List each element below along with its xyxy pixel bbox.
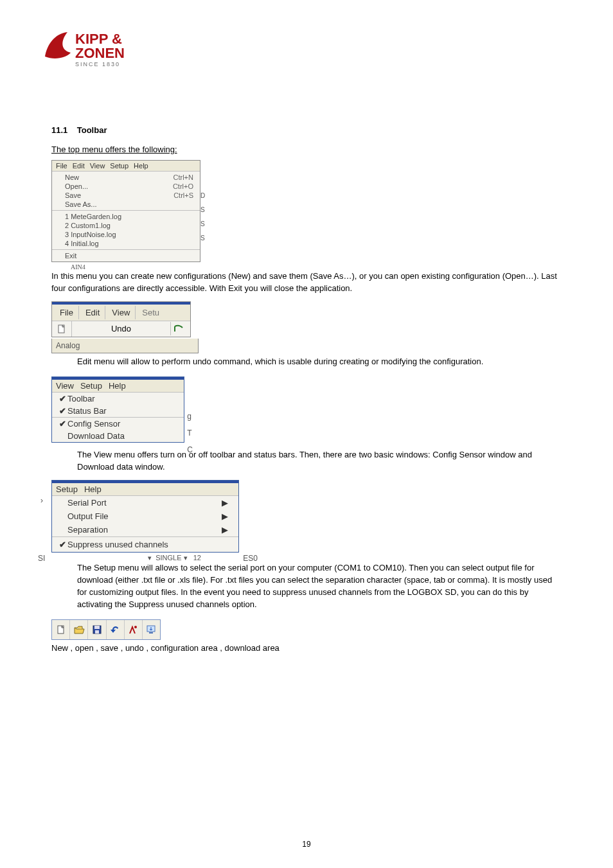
menu-view[interactable]: View	[56, 381, 74, 391]
menu-view[interactable]: View	[90, 162, 105, 170]
section-number: 11.1	[51, 125, 67, 135]
menu-edit[interactable]: Edit	[73, 162, 85, 170]
setup-menu-description: The Setup menu will allows to select the…	[77, 562, 562, 610]
file-menu-description: In this menu you can create new configur…	[51, 270, 562, 295]
new-icon[interactable]	[52, 620, 70, 639]
edit-menu-description: Edit menu will allow to perform undo com…	[77, 356, 562, 368]
menu-help[interactable]: Help	[84, 484, 102, 494]
view-download-data[interactable]: Download Data	[52, 430, 184, 442]
intro-text: The top menu offers the following:	[51, 144, 562, 156]
menu-bar: File Edit View Setup Help	[52, 161, 200, 172]
page-number: 19	[0, 840, 613, 849]
check-icon: ✔	[57, 394, 67, 403]
setup-output-file[interactable]: Output File▶	[52, 509, 238, 523]
ain4-label: AIN4	[71, 263, 562, 270]
undo-icon[interactable]	[107, 620, 125, 639]
recent-3[interactable]: 3 InputNoise.log	[52, 230, 200, 239]
analog-label: Analog	[51, 339, 199, 353]
edit-menu-screenshot: File Edit View Setu Undo	[51, 301, 191, 337]
file-exit[interactable]: Exit	[52, 251, 200, 260]
submenu-arrow-icon: ▶	[222, 525, 233, 535]
file-open[interactable]: Open...Ctrl+O	[52, 182, 200, 191]
menu-view[interactable]: View	[107, 306, 136, 319]
menu-setup[interactable]: Setup	[56, 484, 78, 494]
recent-4[interactable]: 4 Initial.log	[52, 239, 200, 248]
view-statusbar[interactable]: ✔Status Bar	[52, 405, 184, 417]
svg-text:ZONEN: ZONEN	[75, 45, 125, 61]
check-icon: ✔	[57, 419, 67, 429]
setup-menu-screenshot: Setup Help Serial Port▶ Output File▶ Sep…	[51, 480, 239, 553]
file-save[interactable]: SaveCtrl+S	[52, 191, 200, 200]
section-title: Toolbar	[77, 125, 107, 135]
check-icon: ✔	[57, 540, 67, 549]
view-menu-description: The View menu offers turn on or off tool…	[77, 449, 562, 474]
submenu-arrow-icon: ▶	[222, 511, 233, 521]
svg-point-9	[134, 626, 137, 628]
menu-file[interactable]: File	[56, 162, 67, 170]
edit-undo[interactable]: Undo	[72, 322, 171, 335]
menu-help[interactable]: Help	[134, 162, 148, 170]
svg-rect-11	[149, 632, 153, 633]
download-area-icon[interactable]	[143, 620, 160, 639]
menu-help[interactable]: Help	[109, 381, 126, 391]
view-config-sensor[interactable]: ✔Config Sensor	[52, 418, 184, 430]
open-icon[interactable]	[70, 620, 88, 639]
cropped-side-letters: gTC	[187, 408, 193, 458]
config-area-icon[interactable]	[125, 620, 143, 639]
menu-setup[interactable]: Setup	[110, 162, 129, 170]
menu-setup[interactable]: Setup	[80, 381, 102, 391]
setup-separation[interactable]: Separation▶	[52, 523, 238, 536]
svg-text:SINCE 1830: SINCE 1830	[75, 61, 120, 67]
file-menu-screenshot: File Edit View Setup Help NewCtrl+N Open…	[51, 160, 200, 262]
check-icon: ✔	[57, 406, 67, 416]
save-icon[interactable]	[88, 620, 106, 639]
new-file-icon[interactable]	[52, 321, 72, 337]
recent-1[interactable]: 1 MeteGarden.log	[52, 212, 200, 221]
setup-suppress[interactable]: ✔Suppress unused channels	[52, 537, 238, 552]
file-save-as[interactable]: Save As...	[52, 200, 200, 209]
section-heading: 11.1 Toolbar	[51, 125, 562, 135]
menu-file[interactable]: File	[55, 306, 79, 319]
svg-point-0	[59, 35, 63, 39]
view-menu-screenshot: View Setup Help ✔Toolbar ✔Status Bar ✔Co…	[51, 376, 184, 443]
si-label: SI	[38, 554, 258, 563]
menu-edit[interactable]: Edit	[80, 306, 105, 319]
company-logo: KIPP & ZONEN SINCE 1830	[42, 26, 562, 74]
file-new[interactable]: NewCtrl+N	[52, 173, 200, 182]
toolbar-caption: New , open , save , undo , configuration…	[51, 642, 562, 655]
cropped-prefix: ›	[40, 496, 258, 505]
view-toolbar[interactable]: ✔Toolbar	[52, 393, 184, 405]
svg-rect-8	[95, 630, 99, 633]
toolbar-icons-screenshot	[51, 619, 161, 640]
svg-rect-7	[94, 626, 100, 629]
cropped-ui-stub: DSSS	[200, 192, 205, 242]
es-label: ES0	[243, 554, 258, 563]
menu-setup-cut: Setu	[137, 306, 164, 319]
recent-2[interactable]: 2 Custom1.log	[52, 221, 200, 230]
